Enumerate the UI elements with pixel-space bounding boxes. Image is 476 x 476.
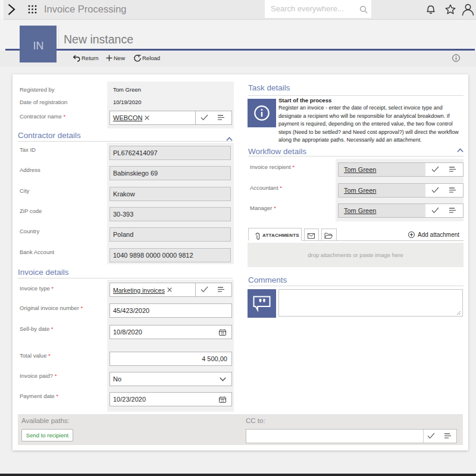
svg-text:21: 21 <box>221 399 224 402</box>
svg-text:21: 21 <box>221 331 224 335</box>
